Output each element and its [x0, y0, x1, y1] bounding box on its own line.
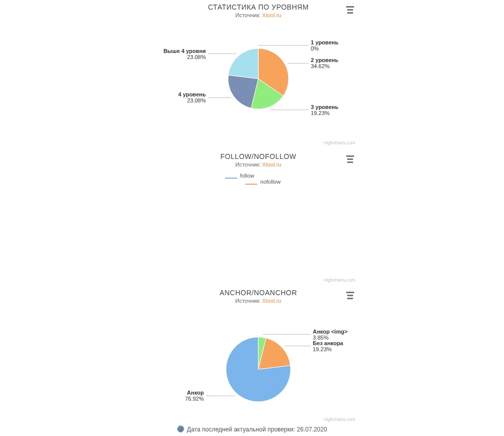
legend-item[interactable]: follow: [240, 173, 254, 179]
pie-levels: 1 уровень0%2 уровень34.62%3 уровень19.23…: [157, 18, 359, 134]
chart-anchor: ANCHOR/NOANCHOR Источник: Xtool.ru Анкор…: [157, 286, 359, 423]
credits-link[interactable]: Highcharts.com: [323, 278, 355, 283]
pie-label: Выше 4 уровня23.08%: [163, 48, 206, 60]
pie-label: 4 уровень23.08%: [178, 91, 206, 103]
chart-source: Источник: Xtool.ru: [157, 12, 359, 18]
pie-label: 1 уровень0%: [311, 39, 339, 51]
pie-anchor: Анкор <img>3.85%Без анкора19.23%Анкор76.…: [157, 304, 359, 420]
credits-link[interactable]: Highcharts.com: [323, 140, 355, 145]
menu-icon[interactable]: [345, 290, 355, 300]
credits-link[interactable]: Highcharts.com: [323, 417, 355, 422]
chart-follow: FOLLOW/NOFOLLOW Источник: Xtool.ru follo…: [157, 149, 359, 284]
chart-title: СТАТИСТИКА ПО УРОВНЯМ: [157, 3, 359, 11]
pie-label: Анкор <img>3.85%: [313, 329, 348, 341]
legend-follow: follow nofollow: [225, 173, 292, 185]
chart-source: Источник: Xtool.ru: [157, 161, 359, 168]
pie-label: 2 уровень34.62%: [311, 57, 339, 69]
footer-text: Дата последней актуальной проверки: 26.0…: [0, 425, 504, 433]
menu-icon[interactable]: [345, 4, 355, 14]
chart-levels: СТАТИСТИКА ПО УРОВНЯМ Источник: Xtool.ru…: [157, 0, 359, 146]
chart-title: FOLLOW/NOFOLLOW: [157, 152, 359, 160]
pie-label: Без анкора19.23%: [313, 340, 344, 352]
status-icon: [177, 425, 184, 432]
menu-icon[interactable]: [345, 153, 355, 164]
pie-label: Анкор76.92%: [185, 390, 204, 402]
legend-item[interactable]: nofollow: [260, 179, 281, 185]
chart-source: Источник: Xtool.ru: [157, 298, 359, 304]
source-link[interactable]: Xtool.ru: [262, 298, 282, 304]
pie-slice[interactable]: [228, 48, 258, 79]
chart-title: ANCHOR/NOANCHOR: [157, 289, 359, 297]
pie-label: 3 уровень19.23%: [311, 104, 339, 116]
source-link[interactable]: Xtool.ru: [262, 12, 282, 18]
source-link[interactable]: Xtool.ru: [262, 161, 282, 168]
